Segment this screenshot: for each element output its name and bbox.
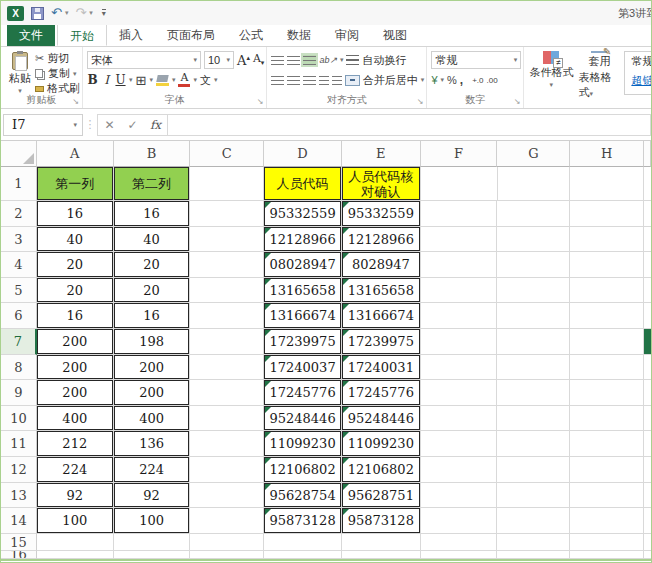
cell-B10[interactable]: 400	[114, 406, 191, 432]
cell-B6[interactable]: 16	[114, 303, 191, 329]
cell-H5[interactable]	[570, 278, 644, 304]
cell-G13[interactable]	[497, 483, 570, 509]
cell-E3[interactable]: 12128966	[342, 227, 421, 253]
row-header-2[interactable]: 2	[1, 201, 37, 227]
excel-app-icon[interactable]: X	[7, 6, 24, 21]
cell-E5[interactable]: 13165658	[342, 278, 421, 304]
cancel-icon[interactable]: ✕	[98, 118, 121, 132]
cell-E2[interactable]: 95332559	[342, 201, 421, 227]
cell-F1[interactable]	[421, 167, 498, 201]
cell-C7[interactable]	[190, 329, 264, 355]
undo-icon[interactable]: ↶	[51, 6, 62, 20]
column-header-H[interactable]: H	[570, 141, 644, 167]
cell-A1[interactable]: 第一列	[37, 167, 114, 201]
cell-C6[interactable]	[190, 303, 264, 329]
cell-H11[interactable]	[570, 431, 644, 457]
cell-H13[interactable]	[570, 483, 644, 509]
cell-F9[interactable]	[421, 380, 498, 406]
italic-button[interactable]: I	[101, 73, 112, 87]
cell-C15[interactable]	[190, 534, 264, 551]
row-header-4[interactable]: 4	[1, 252, 37, 278]
cell-F2[interactable]	[421, 201, 498, 227]
column-header-I-partial[interactable]	[644, 141, 651, 167]
column-header-G[interactable]: G	[497, 141, 570, 167]
cell-I6-partial[interactable]	[644, 303, 651, 329]
cell-C13[interactable]	[190, 483, 264, 509]
cell-B4[interactable]: 20	[114, 252, 191, 278]
row-header-16[interactable]: 16	[1, 551, 37, 559]
cell-H12[interactable]	[570, 457, 644, 483]
middle-align-icon[interactable]	[287, 55, 300, 65]
cell-B1[interactable]: 第二列	[114, 167, 191, 201]
cell-H15[interactable]	[570, 534, 644, 551]
row-header-11[interactable]: 11	[1, 431, 37, 457]
orientation-dropdown-icon[interactable]: ▾	[340, 56, 344, 64]
cell-G1[interactable]	[498, 167, 571, 201]
cell-F12[interactable]	[421, 457, 498, 483]
clipboard-dialog-launcher[interactable]: ↘	[72, 97, 79, 106]
formula-input[interactable]	[168, 114, 651, 136]
cell-H7[interactable]	[570, 329, 644, 355]
cell-B12[interactable]: 224	[114, 457, 191, 483]
cell-B5[interactable]: 20	[114, 278, 191, 304]
cell-H4[interactable]	[570, 252, 644, 278]
cell-F3[interactable]	[421, 227, 498, 253]
column-header-A[interactable]: A	[37, 141, 114, 167]
currency-dropdown-icon[interactable]: ▾	[441, 76, 445, 84]
font-color-icon[interactable]: A	[178, 73, 190, 87]
column-header-B[interactable]: B	[114, 141, 191, 167]
font-name-dropdown-icon[interactable]: ▾	[193, 56, 197, 64]
tab-页面布局[interactable]: 页面布局	[155, 24, 227, 46]
bold-button[interactable]: B	[87, 73, 98, 87]
cell-I14-partial[interactable]	[644, 508, 651, 534]
cell-F14[interactable]	[421, 508, 498, 534]
cell-G14[interactable]	[497, 508, 570, 534]
column-header-C[interactable]: C	[190, 141, 264, 167]
cell-H9[interactable]	[570, 380, 644, 406]
cell-A10[interactable]: 400	[37, 406, 114, 432]
number-format-dropdown-icon[interactable]: ▾	[514, 56, 518, 64]
tab-审阅[interactable]: 审阅	[323, 24, 371, 46]
cell-H16[interactable]	[570, 551, 644, 559]
cell-B13[interactable]: 92	[114, 483, 191, 509]
decrease-indent-icon[interactable]	[319, 75, 329, 85]
phonetic-dropdown-icon[interactable]: ▾	[214, 76, 218, 84]
copy-button[interactable]: 复制 ▾	[35, 67, 80, 80]
cell-H14[interactable]	[570, 508, 644, 534]
cell-A4[interactable]: 20	[37, 252, 114, 278]
conditional-format-button[interactable]: ≠ 条件格式 ▾	[528, 51, 574, 95]
bottom-align-icon[interactable]	[303, 55, 316, 65]
cell-H3[interactable]	[570, 227, 644, 253]
name-box-dropdown-icon[interactable]: ▾	[73, 121, 77, 129]
cell-G9[interactable]	[497, 380, 570, 406]
cell-C16[interactable]	[190, 551, 264, 559]
cell-B2[interactable]: 16	[114, 201, 191, 227]
align-center-icon[interactable]	[287, 75, 300, 85]
row-header-1[interactable]: 1	[1, 167, 37, 201]
percent-icon[interactable]: %	[447, 74, 457, 86]
cell-F16[interactable]	[421, 551, 498, 559]
cell-D6[interactable]: 13166674	[264, 303, 342, 329]
cell-E13[interactable]: 95628751	[342, 483, 421, 509]
cell-A15[interactable]	[37, 534, 114, 551]
cell-D13[interactable]: 95628754	[264, 483, 342, 509]
cell-A6[interactable]: 16	[37, 303, 114, 329]
column-header-F[interactable]: F	[421, 141, 498, 167]
cell-G15[interactable]	[497, 534, 570, 551]
cell-E10[interactable]: 95248446	[342, 406, 421, 432]
insert-function-icon[interactable]: fx	[144, 118, 167, 132]
cell-style-hyperlink[interactable]: 超链	[625, 71, 652, 90]
wrap-text-button[interactable]: 自动换行	[362, 53, 406, 68]
cell-E16[interactable]	[342, 551, 421, 559]
font-color-dropdown-icon[interactable]: ▾	[193, 76, 197, 84]
copy-dropdown-icon[interactable]: ▾	[73, 70, 77, 78]
phonetic-guide-icon[interactable]: 文	[200, 73, 211, 88]
cell-D8[interactable]: 17240037	[264, 355, 342, 381]
enter-icon[interactable]: ✓	[121, 118, 144, 132]
cell-D10[interactable]: 95248446	[264, 406, 342, 432]
cell-I4-partial[interactable]	[644, 252, 651, 278]
cell-B11[interactable]: 136	[114, 431, 191, 457]
cell-G8[interactable]	[497, 355, 570, 381]
comma-style-icon[interactable]: ,	[460, 73, 463, 87]
row-header-10[interactable]: 10	[1, 406, 37, 432]
